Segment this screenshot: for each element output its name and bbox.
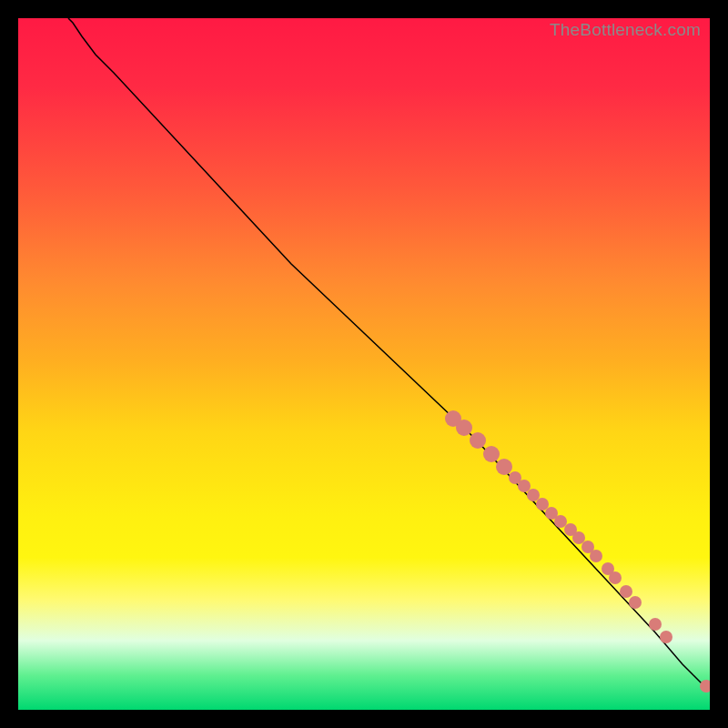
data-point [649, 618, 662, 631]
data-point [609, 571, 622, 584]
data-point [496, 459, 512, 475]
data-point [518, 480, 531, 492]
data-point [483, 446, 500, 462]
data-point [456, 420, 472, 436]
data-point [700, 680, 710, 693]
data-point [620, 585, 632, 598]
chart-area: TheBottleneck.com [18, 18, 710, 710]
trend-line [68, 18, 708, 688]
chart-svg [18, 18, 710, 710]
data-point [527, 489, 540, 501]
stage: TheBottleneck.com [0, 0, 728, 728]
data-point [660, 631, 672, 643]
data-point [536, 498, 549, 511]
data-point [572, 531, 585, 544]
data-point [629, 596, 642, 609]
data-point [554, 515, 567, 528]
data-point [590, 550, 602, 562]
data-point [470, 432, 486, 449]
